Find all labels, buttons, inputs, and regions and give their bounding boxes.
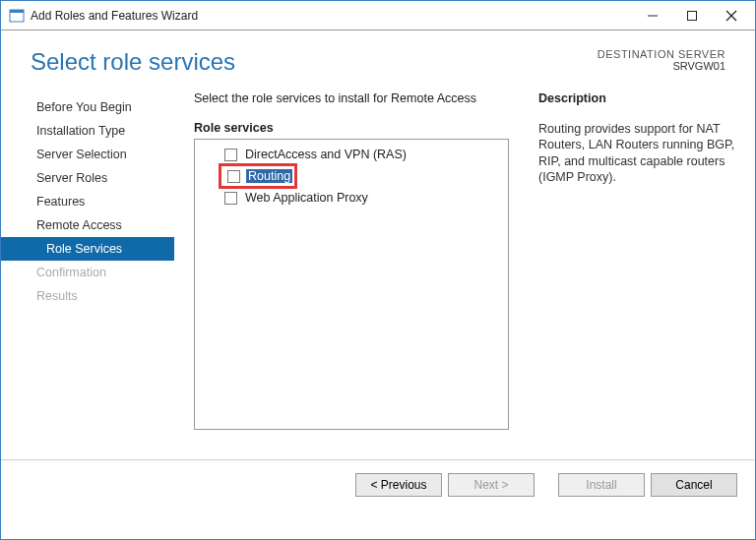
- next-button: Next >: [448, 473, 535, 497]
- titlebar-text: Add Roles and Features Wizard: [31, 9, 633, 23]
- checkbox-routing[interactable]: [227, 170, 240, 183]
- destination-label: DESTINATION SERVER: [598, 48, 725, 60]
- destination-info: DESTINATION SERVER SRVGW01: [598, 48, 725, 72]
- previous-button[interactable]: < Previous: [355, 473, 442, 497]
- role-item-webproxy[interactable]: Web Application Proxy: [195, 190, 508, 206]
- sidebar-item-server-selection[interactable]: Server Selection: [1, 143, 174, 166]
- description-text: Routing provides support for NAT Routers…: [538, 121, 735, 185]
- titlebar: Add Roles and Features Wizard: [1, 1, 755, 30]
- wizard-icon: [9, 8, 25, 24]
- role-services-label: Role services: [194, 121, 509, 135]
- maximize-button[interactable]: [672, 2, 712, 30]
- description-column: Description Routing provides support for…: [538, 91, 735, 459]
- sidebar-item-before-you-begin[interactable]: Before You Begin: [1, 95, 174, 119]
- checkbox-directaccess[interactable]: [224, 149, 237, 161]
- sidebar-item-remote-access[interactable]: Remote Access: [1, 213, 174, 237]
- role-item-directaccess[interactable]: DirectAccess and VPN (RAS): [195, 147, 508, 162]
- sidebar-item-server-roles[interactable]: Server Roles: [1, 166, 174, 190]
- sidebar-item-installation-type[interactable]: Installation Type: [1, 119, 174, 143]
- svg-rect-3: [688, 11, 697, 20]
- sidebar-item-confirmation: Confirmation: [1, 261, 174, 284]
- role-services-list[interactable]: DirectAccess and VPN (RAS) Routing Web A…: [194, 139, 509, 430]
- page-title: Select role services: [31, 48, 235, 76]
- header: Select role services DESTINATION SERVER …: [1, 30, 755, 86]
- role-label: DirectAccess and VPN (RAS): [245, 148, 407, 161]
- sidebar-item-features[interactable]: Features: [1, 190, 174, 213]
- cancel-button[interactable]: Cancel: [651, 473, 737, 497]
- sidebar-item-role-services[interactable]: Role Services: [1, 237, 174, 261]
- description-label: Description: [538, 91, 735, 105]
- close-button[interactable]: [712, 2, 751, 30]
- checkbox-webproxy[interactable]: [224, 192, 237, 205]
- body: Before You Begin Installation Type Serve…: [1, 86, 755, 459]
- sidebar: Before You Begin Installation Type Serve…: [1, 86, 174, 459]
- highlight-box: Routing: [219, 163, 297, 189]
- footer: < Previous Next > Install Cancel: [1, 459, 755, 509]
- main: Select the role services to install for …: [174, 86, 735, 459]
- sidebar-item-results: Results: [1, 284, 174, 308]
- minimize-button[interactable]: [633, 2, 672, 30]
- instruction-text: Select the role services to install for …: [194, 91, 509, 105]
- role-services-column: Select the role services to install for …: [194, 91, 509, 459]
- role-item-routing[interactable]: Routing: [195, 162, 508, 190]
- role-label: Web Application Proxy: [245, 191, 368, 205]
- svg-rect-1: [10, 10, 24, 13]
- destination-name: SRVGW01: [598, 60, 725, 72]
- role-label: Routing: [246, 169, 292, 183]
- install-button: Install: [558, 473, 645, 497]
